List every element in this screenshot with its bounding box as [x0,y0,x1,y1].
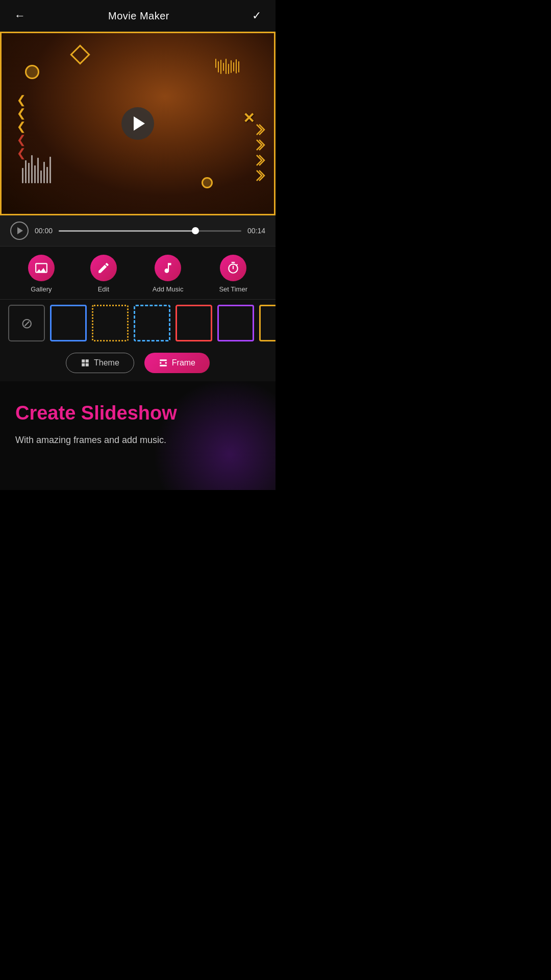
chevron-icon: ❯ [17,94,26,106]
video-background: ❯ ❯ ❯ ❯ ❯ [2,33,274,214]
add-music-tool[interactable]: Add Music [153,255,184,293]
video-frame: ❯ ❯ ❯ ❯ ❯ [0,32,276,215]
progress-track[interactable] [59,230,241,232]
frame-gold-dots[interactable] [92,305,129,341]
svg-rect-3 [223,63,224,71]
play-icon [134,116,145,131]
deco-dots-right [213,59,243,110]
svg-rect-11 [25,160,27,183]
svg-rect-4 [226,59,227,74]
frame-none[interactable]: ⊘ [8,305,45,341]
tab-buttons: Theme Frame [0,347,276,381]
chevron-icon: ❯ [17,108,26,119]
set-timer-tool[interactable]: Set Timer [219,255,247,293]
svg-rect-16 [40,170,42,183]
progress-thumb[interactable] [192,227,199,234]
timeline-play-button[interactable] [10,222,29,240]
frame-tab-button[interactable]: Frame [144,353,210,373]
frame-purple[interactable] [217,305,254,341]
frame-red[interactable] [176,305,212,341]
play-button[interactable] [121,107,154,140]
time-total: 00:14 [247,227,265,235]
headline-highlight: Slideshow [81,402,177,424]
timeline-bar: 00:00 00:14 [0,215,276,246]
svg-rect-18 [46,167,48,183]
svg-rect-1 [218,61,219,72]
deco-chevrons-left: ❯ ❯ ❯ ❯ ❯ [17,94,26,159]
video-preview: ❯ ❯ ❯ ❯ ❯ [0,32,276,215]
edit-tool[interactable]: Edit [90,255,117,293]
edit-icon-circle [90,255,117,281]
add-music-label: Add Music [153,285,184,293]
svg-rect-7 [233,62,234,71]
marketing-subtext: With amazing frames and add music. [15,433,260,447]
frame-blue-dashed[interactable] [134,305,170,341]
svg-rect-6 [231,60,232,73]
deco-bars-bottomleft [22,153,63,183]
progress-fill [59,230,195,232]
page-title: Movie Maker [108,10,169,22]
svg-rect-10 [22,168,23,183]
timeline-play-icon [17,227,23,234]
back-button[interactable]: ← [12,7,28,24]
gallery-tool[interactable]: Gallery [28,255,55,293]
svg-rect-17 [43,162,45,183]
svg-rect-19 [49,157,51,183]
chevron-icon-red: ❯ [17,134,26,145]
svg-rect-0 [215,59,216,68]
frame-decorative[interactable]: ✦ [259,305,276,341]
frame-selector[interactable]: ⊘ ✦ [0,299,276,347]
svg-rect-15 [37,158,39,183]
deco-diamond [70,44,90,65]
svg-rect-12 [28,163,30,183]
svg-rect-5 [228,64,229,74]
edit-label: Edit [98,285,109,293]
add-music-icon-circle [155,255,181,281]
marketing-headline: Create Slideshow [15,402,260,425]
svg-rect-13 [31,155,33,183]
bottom-section: Create Slideshow With amazing frames and… [0,381,276,490]
tools-row: Gallery Edit Add Music [0,246,276,299]
time-current: 00:00 [35,227,53,235]
svg-rect-9 [238,61,239,72]
set-timer-icon-circle [220,255,246,281]
phone-shell: ← Movie Maker ✓ ❯ ❯ ❯ ❯ [0,0,276,490]
confirm-button[interactable]: ✓ [250,7,263,24]
svg-rect-8 [236,59,237,74]
svg-rect-14 [34,165,36,183]
set-timer-label: Set Timer [219,285,247,293]
chevron-icon: ❯ [17,121,26,132]
no-frame-icon: ⊘ [21,315,33,332]
top-bar: ← Movie Maker ✓ [0,0,276,32]
deco-circle-topleft [25,65,39,79]
frame-blue[interactable] [50,305,87,341]
gallery-label: Gallery [31,285,52,293]
theme-tab-button[interactable]: Theme [66,353,134,373]
headline-part1: Create [15,402,81,424]
svg-rect-2 [220,60,221,74]
deco-circle-bottomright [202,177,213,188]
gallery-icon-circle [28,255,55,281]
deco-chevrons-right [246,122,267,183]
